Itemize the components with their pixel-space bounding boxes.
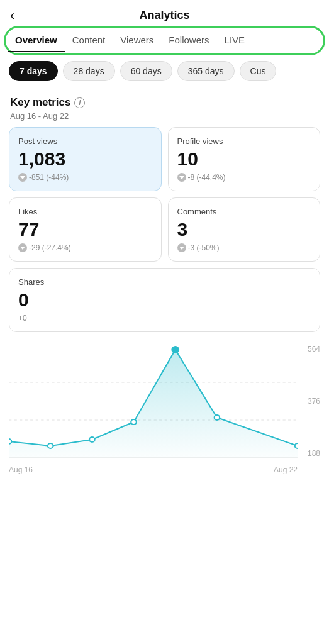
metric-card-shares: Shares 0 +0 — [9, 268, 320, 332]
chart-x-labels: Aug 16 Aug 22 — [9, 465, 298, 474]
date-range: Aug 16 - Aug 22 — [0, 110, 329, 127]
metric-change-profile-views: -8 (-44.4%) — [177, 173, 311, 182]
filter-custom[interactable]: Cus — [240, 61, 277, 81]
svg-point-11 — [295, 443, 298, 448]
metric-change-shares: +0 — [18, 314, 311, 323]
down-arrow-icon — [177, 243, 186, 252]
chart-y-labels: 564 376 188 — [308, 345, 320, 458]
metric-change-comments: -3 (-50%) — [177, 243, 311, 252]
chart-y-label-low: 188 — [308, 449, 320, 458]
chart-y-label-top: 564 — [308, 345, 320, 353]
chart-x-label-start: Aug 16 — [9, 465, 33, 474]
down-arrow-icon — [177, 173, 186, 182]
key-metrics-title: Key metrics i — [0, 89, 329, 110]
time-filters: 7 days 28 days 60 days 365 days Cus — [0, 53, 329, 89]
down-arrow-icon — [18, 243, 27, 252]
metric-card-post-views: Post views 1,083 -851 (-44%) — [9, 127, 162, 191]
header: ‹ Analytics — [0, 0, 329, 28]
filter-60days[interactable]: 60 days — [120, 61, 172, 81]
filter-7days[interactable]: 7 days — [9, 61, 58, 81]
info-icon[interactable]: i — [74, 97, 85, 108]
chart-svg-area — [9, 345, 298, 458]
metric-value-shares: 0 — [18, 289, 311, 310]
back-button[interactable]: ‹ — [10, 8, 14, 24]
svg-point-9 — [172, 347, 179, 353]
svg-point-8 — [131, 419, 137, 425]
metric-label-comments: Comments — [177, 207, 311, 216]
metric-card-profile-views: Profile views 10 -8 (-44.4%) — [168, 127, 321, 191]
chart-x-label-end: Aug 22 — [274, 465, 298, 474]
metrics-grid: Post views 1,083 -851 (-44%) Profile vie… — [0, 127, 329, 338]
metric-value-likes: 77 — [18, 219, 152, 240]
metric-value-comments: 3 — [177, 219, 311, 240]
page-title: Analytics — [10, 9, 319, 22]
svg-point-7 — [89, 437, 95, 442]
metric-value-profile-views: 10 — [177, 148, 311, 169]
tab-content[interactable]: Content — [65, 28, 113, 52]
tab-live[interactable]: LIVE — [217, 28, 253, 52]
metric-label-post-views: Post views — [18, 136, 152, 146]
filter-365days[interactable]: 365 days — [177, 61, 235, 81]
svg-marker-4 — [9, 350, 298, 458]
tab-overview[interactable]: Overview — [8, 28, 65, 52]
metric-value-post-views: 1,083 — [18, 148, 152, 169]
metric-change-likes: -29 (-27.4%) — [18, 243, 152, 252]
tab-followers[interactable]: Followers — [161, 28, 216, 52]
down-arrow-icon — [18, 173, 27, 182]
metric-label-profile-views: Profile views — [177, 136, 311, 146]
metric-card-likes: Likes 77 -29 (-27.4%) — [9, 197, 162, 262]
chart-y-label-mid: 376 — [308, 397, 320, 406]
metric-label-shares: Shares — [18, 277, 311, 287]
svg-point-6 — [48, 443, 53, 448]
filter-28days[interactable]: 28 days — [63, 61, 115, 81]
metric-card-comments: Comments 3 -3 (-50%) — [168, 197, 321, 262]
tabs-nav: Overview Content Viewers Followers LIVE — [0, 28, 329, 52]
svg-point-10 — [215, 415, 220, 420]
metric-label-likes: Likes — [18, 207, 152, 216]
svg-point-5 — [9, 439, 11, 444]
tab-viewers[interactable]: Viewers — [113, 28, 161, 52]
chart-container: 564 376 188 — [0, 338, 329, 477]
metric-change-post-views: -851 (-44%) — [18, 173, 152, 182]
